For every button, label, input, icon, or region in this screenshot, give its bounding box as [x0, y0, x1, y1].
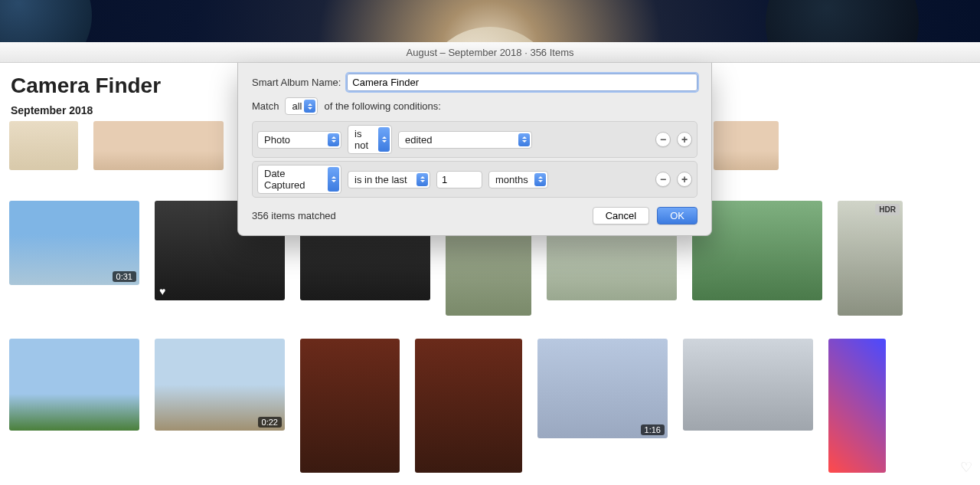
select-arrows-icon — [534, 173, 546, 186]
remove-condition-button[interactable]: − — [655, 172, 671, 187]
condition-op-select[interactable]: is not — [348, 125, 392, 154]
add-condition-button[interactable]: + — [677, 132, 692, 147]
match-prefix: Match — [252, 100, 279, 112]
summary-text: August – September 2018 · 356 Items — [407, 47, 574, 58]
select-arrows-icon — [378, 127, 390, 152]
select-arrows-icon — [416, 173, 428, 186]
photo-thumbnail[interactable] — [415, 339, 522, 473]
name-label: Smart Album Name: — [252, 77, 341, 88]
match-mode-value: all — [292, 100, 302, 112]
photo-thumbnail[interactable] — [714, 121, 779, 170]
header-banner — [0, 0, 980, 42]
photo-thumbnail[interactable] — [683, 339, 813, 431]
smart-album-dialog: Smart Album Name: Match all of the follo… — [237, 63, 712, 236]
select-arrows-icon — [328, 167, 339, 192]
condition-op-value: is not — [354, 128, 376, 151]
summary-toolbar: August – September 2018 · 356 Items — [0, 42, 980, 63]
condition-value-value: edited — [405, 134, 432, 146]
duration-badge: 1:16 — [641, 424, 665, 435]
photo-thumbnail[interactable] — [9, 121, 78, 170]
favorite-outline-icon[interactable]: ♡ — [960, 459, 972, 476]
condition-unit-select[interactable]: months — [488, 171, 548, 188]
favorite-icon: ♥ — [159, 285, 165, 297]
matched-count: 356 items matched — [252, 210, 336, 221]
banner-moon — [421, 27, 559, 42]
photo-thumbnail[interactable] — [9, 339, 139, 431]
remove-condition-button[interactable]: − — [655, 132, 671, 147]
select-arrows-icon — [328, 133, 339, 146]
condition-field-value: Photo — [264, 134, 290, 146]
thumbnail-row: 0:221:16 — [9, 339, 971, 473]
album-name-input[interactable] — [347, 74, 697, 91]
duration-badge: 0:31 — [113, 271, 136, 282]
condition-field-value: Date Captured — [264, 168, 325, 191]
condition-row: Date Captured is in the last months − + — [252, 161, 697, 198]
photo-thumbnail[interactable] — [828, 339, 886, 473]
add-condition-button[interactable]: + — [677, 172, 692, 187]
duration-badge: 0:22 — [258, 417, 282, 428]
photo-thumbnail[interactable]: HDR — [838, 201, 903, 316]
select-arrows-icon — [518, 133, 530, 146]
condition-field-select[interactable]: Photo — [257, 131, 341, 149]
photo-thumbnail[interactable]: 0:22 — [155, 339, 285, 431]
condition-value-select[interactable]: edited — [398, 131, 532, 149]
photo-thumbnail[interactable]: 0:31 — [9, 201, 139, 285]
ok-button[interactable]: OK — [657, 207, 697, 224]
match-mode-select[interactable]: all — [285, 97, 318, 115]
select-arrows-icon — [304, 100, 315, 113]
hdr-badge: HDR — [875, 204, 900, 215]
cancel-button[interactable]: Cancel — [593, 207, 649, 224]
condition-field-select[interactable]: Date Captured — [257, 165, 341, 194]
condition-unit-value: months — [495, 174, 528, 185]
condition-row: Photo is not edited − + — [252, 121, 697, 158]
match-suffix: of the following conditions: — [324, 100, 440, 112]
photo-thumbnail[interactable] — [300, 339, 400, 473]
condition-number-input[interactable] — [436, 171, 482, 188]
condition-op-select[interactable]: is in the last — [348, 171, 430, 188]
photo-thumbnail[interactable] — [93, 121, 224, 170]
condition-op-value: is in the last — [354, 174, 407, 185]
photo-thumbnail[interactable]: 1:16 — [537, 339, 668, 438]
